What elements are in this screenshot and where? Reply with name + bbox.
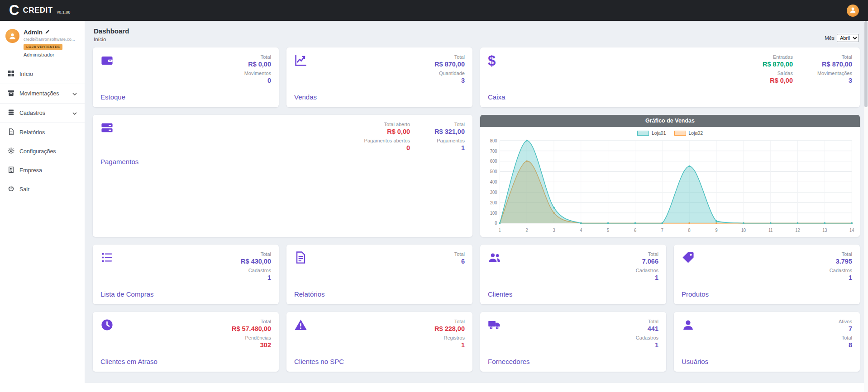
- scrollbar[interactable]: [864, 21, 868, 392]
- stat-value: R$ 57.480,00: [232, 325, 271, 333]
- svg-text:10: 10: [741, 228, 746, 233]
- stat-label: Total: [454, 251, 465, 257]
- stat-value: 1: [636, 274, 658, 282]
- stat-value: 1: [434, 341, 465, 349]
- edit-pencil-icon[interactable]: [45, 29, 50, 36]
- card-title: Pagamentos: [100, 158, 465, 165]
- card-title: Produtos: [682, 290, 852, 298]
- card-pagamentos[interactable]: Total aberto R$ 0,00 Pagamentos abertos …: [93, 115, 472, 237]
- sidebar-item-empresa[interactable]: Empresa: [0, 161, 85, 180]
- chart-line-icon: [294, 54, 307, 67]
- stat-value: R$ 870,00: [817, 60, 852, 69]
- app-logo: C: [9, 4, 19, 17]
- card-stats: Total R$ 228,00 Registros 1: [434, 318, 465, 351]
- sidebar-item-movimentacoes[interactable]: Movimentações: [0, 84, 85, 103]
- sidebar-item-label: Sair: [19, 186, 29, 193]
- card-relatorios[interactable]: Total 6 Relatórios: [286, 245, 472, 304]
- stat-value: R$ 0,00: [244, 60, 271, 69]
- clock-icon: [100, 318, 114, 331]
- svg-text:2: 2: [526, 228, 528, 233]
- card-clientes-atraso[interactable]: Total R$ 57.480,00 Pendências 302 Client…: [93, 312, 279, 372]
- stat-label: Total aberto: [364, 121, 410, 128]
- card-stats: Entradas R$ 870,00 Saídas R$ 0,00: [763, 54, 793, 86]
- sidebar-item-cadastros[interactable]: Cadastros: [0, 103, 85, 123]
- card-vendas[interactable]: Total R$ 870,00 Quantidade 3 Vendas: [286, 47, 472, 107]
- user-avatar-button[interactable]: [847, 5, 859, 17]
- stat-label: Cadastros: [830, 267, 852, 274]
- document-icon: [294, 251, 307, 264]
- card-fornecedores[interactable]: Total 441 Cadastros 1 Fornecedores: [480, 312, 666, 372]
- svg-text:600: 600: [490, 159, 497, 164]
- card-produtos[interactable]: Total 3.795 Cadastros 1 Produtos: [674, 245, 860, 304]
- stat-value: 302: [232, 341, 271, 349]
- warning-triangle-icon: [294, 318, 307, 331]
- legend-item-loja02[interactable]: Loja02: [674, 130, 703, 136]
- legend-item-loja01[interactable]: Loja01: [637, 130, 666, 136]
- card-stats: Total R$ 57.480,00 Pendências 302: [232, 318, 271, 351]
- stat-label: Total: [434, 318, 465, 325]
- sidebar-item-configuracoes[interactable]: Configurações: [0, 142, 85, 161]
- svg-text:200: 200: [490, 200, 497, 205]
- card-stats: Total aberto R$ 0,00 Pagamentos abertos …: [364, 121, 410, 154]
- stat-value: 8: [839, 341, 852, 349]
- card-title: Lista de Compras: [100, 290, 271, 298]
- card-stats: Total R$ 870,00 Quantidade 3: [434, 54, 465, 86]
- grid-icon: [8, 70, 14, 78]
- brand-name: CREDIT: [23, 6, 52, 17]
- sidebar-item-sair[interactable]: Sair: [0, 180, 85, 199]
- stat-label: Entradas: [763, 54, 793, 60]
- card-grafico-vendas: Gráfico de Vendas Loja01 Loja02 01002003…: [480, 115, 860, 237]
- store-badge: LOJA VERTENTES: [24, 44, 62, 50]
- stat-label: Cadastros: [241, 267, 271, 274]
- sidebar-item-inicio[interactable]: Início: [0, 65, 85, 84]
- sidebar-item-label: Relatórios: [19, 129, 45, 136]
- person-icon: [849, 6, 857, 15]
- svg-text:3: 3: [553, 228, 555, 233]
- stat-value: 1: [636, 341, 658, 349]
- stat-value: 7.066: [636, 257, 658, 266]
- card-clientes-spc[interactable]: Total R$ 228,00 Registros 1 Clientes no …: [286, 312, 472, 372]
- dollar-icon: $: [488, 54, 496, 68]
- scrollbar-thumb[interactable]: [864, 21, 868, 107]
- main-content: Dashboard Início Mês Abril: [85, 21, 868, 392]
- wallet-icon: [100, 54, 114, 67]
- card-usuarios[interactable]: Ativos 7 Total 8 Usuários: [674, 312, 860, 372]
- stat-value: 6: [454, 257, 465, 266]
- stat-value: 1: [434, 144, 465, 152]
- breadcrumb: Início: [94, 37, 129, 42]
- month-label: Mês: [825, 35, 835, 41]
- svg-text:300: 300: [490, 189, 497, 195]
- stat-label: Pagamentos: [434, 137, 465, 144]
- card-stats: Total R$ 321,00 Pagamentos 1: [434, 121, 465, 154]
- stat-value: R$ 0,00: [763, 76, 793, 85]
- chart-title: Gráfico de Vendas: [480, 115, 860, 127]
- card-estoque[interactable]: Total R$ 0,00 Movimentos 0 Estoque: [93, 47, 279, 107]
- user-email: credit@anronsoftware.co...: [24, 37, 75, 42]
- chevron-down-icon: [72, 110, 77, 116]
- card-stats: Total 441 Cadastros 1: [636, 318, 658, 351]
- stat-label: Total: [636, 318, 658, 325]
- brand[interactable]: C CREDIT v0.1.88: [9, 4, 70, 17]
- card-title: Clientes: [488, 290, 658, 298]
- stat-label: Movimentos: [244, 70, 271, 76]
- stat-label: Total: [244, 54, 271, 60]
- card-stats: Ativos 7 Total 8: [839, 318, 852, 351]
- sidebar-item-label: Movimentações: [19, 90, 59, 97]
- power-icon: [8, 185, 14, 194]
- card-caixa[interactable]: $ Entradas R$ 870,00 Saídas R$ 0,00 Tota…: [480, 47, 860, 107]
- cards-grid: Total R$ 0,00 Movimentos 0 Estoque: [93, 47, 860, 372]
- stat-label: Pagamentos abertos: [364, 137, 410, 144]
- card-title: Relatórios: [294, 290, 465, 298]
- stat-label: Cadastros: [636, 267, 658, 274]
- sidebar-item-label: Empresa: [19, 167, 42, 174]
- card-title: Clientes no SPC: [294, 358, 465, 365]
- card-stats: Total 3.795 Cadastros 1: [830, 251, 852, 283]
- month-select[interactable]: Abril: [837, 34, 859, 42]
- svg-text:700: 700: [490, 148, 497, 154]
- credit-card-icon: [100, 121, 114, 134]
- card-lista-compras[interactable]: Total R$ 430,00 Cadastros 1 Lista de Com…: [93, 245, 279, 304]
- stat-value: R$ 870,00: [434, 60, 465, 69]
- user-name: Admin: [24, 29, 43, 36]
- sidebar-item-relatorios[interactable]: Relatórios: [0, 123, 85, 142]
- card-clientes[interactable]: Total 7.066 Cadastros 1 Clientes: [480, 245, 666, 304]
